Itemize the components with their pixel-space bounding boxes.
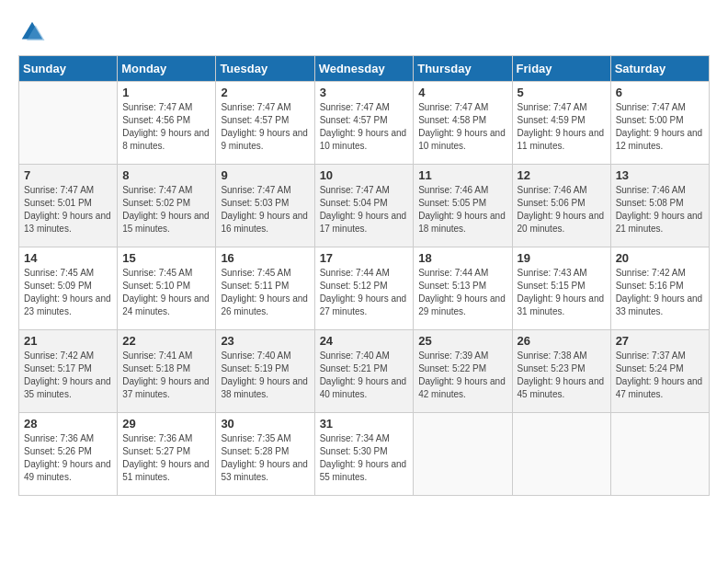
day-info: Sunrise: 7:43 AM Sunset: 5:15 PM Dayligh… [518,267,606,318]
calendar-cell: 7Sunrise: 7:47 AM Sunset: 5:01 PM Daylig… [19,165,118,247]
calendar-cell: 27Sunrise: 7:37 AM Sunset: 5:24 PM Dayli… [610,330,709,413]
calendar-week-2: 7Sunrise: 7:47 AM Sunset: 5:01 PM Daylig… [19,165,710,247]
calendar-week-1: 1Sunrise: 7:47 AM Sunset: 4:56 PM Daylig… [19,82,710,165]
day-info: Sunrise: 7:44 AM Sunset: 5:12 PM Dayligh… [320,267,409,318]
day-info: Sunrise: 7:36 AM Sunset: 5:27 PM Dayligh… [122,432,210,484]
day-number: 22 [122,334,210,348]
calendar-cell: 20Sunrise: 7:42 AM Sunset: 5:16 PM Dayli… [610,247,709,330]
calendar-cell: 29Sunrise: 7:36 AM Sunset: 5:27 PM Dayli… [118,413,216,496]
day-number: 7 [24,168,112,182]
day-number: 14 [24,251,112,265]
day-number: 6 [616,86,704,99]
calendar-cell: 24Sunrise: 7:40 AM Sunset: 5:21 PM Dayli… [314,330,414,413]
day-info: Sunrise: 7:46 AM Sunset: 5:05 PM Dayligh… [418,184,506,236]
day-info: Sunrise: 7:36 AM Sunset: 5:26 PM Dayligh… [24,432,112,484]
day-info: Sunrise: 7:47 AM Sunset: 5:02 PM Dayligh… [122,184,210,236]
day-header-saturday: Saturday [610,56,709,82]
day-number: 8 [122,168,210,182]
day-number: 1 [122,86,210,99]
calendar-cell: 5Sunrise: 7:47 AM Sunset: 4:59 PM Daylig… [512,82,610,165]
calendar-cell: 15Sunrise: 7:45 AM Sunset: 5:10 PM Dayli… [118,247,216,330]
logo-icon [18,18,46,46]
day-info: Sunrise: 7:46 AM Sunset: 5:06 PM Dayligh… [518,184,606,236]
calendar-cell: 8Sunrise: 7:47 AM Sunset: 5:02 PM Daylig… [118,165,216,247]
calendar-cell: 6Sunrise: 7:47 AM Sunset: 5:00 PM Daylig… [610,82,709,165]
day-number: 17 [320,251,409,265]
calendar-table: SundayMondayTuesdayWednesdayThursdayFrid… [18,55,710,496]
calendar-cell: 13Sunrise: 7:46 AM Sunset: 5:08 PM Dayli… [610,165,709,247]
calendar-cell: 4Sunrise: 7:47 AM Sunset: 4:58 PM Daylig… [414,82,512,165]
calendar-cell: 9Sunrise: 7:47 AM Sunset: 5:03 PM Daylig… [216,165,314,247]
day-number: 31 [320,417,409,431]
day-info: Sunrise: 7:35 AM Sunset: 5:28 PM Dayligh… [221,432,309,484]
calendar-cell: 30Sunrise: 7:35 AM Sunset: 5:28 PM Dayli… [216,413,314,496]
day-header-tuesday: Tuesday [216,56,314,82]
calendar-cell: 10Sunrise: 7:47 AM Sunset: 5:04 PM Dayli… [314,165,414,247]
day-number: 30 [221,417,309,431]
calendar-cell: 18Sunrise: 7:44 AM Sunset: 5:13 PM Dayli… [414,247,512,330]
day-number: 13 [616,168,704,182]
day-info: Sunrise: 7:44 AM Sunset: 5:13 PM Dayligh… [418,267,506,318]
day-number: 3 [320,86,409,99]
calendar-cell: 31Sunrise: 7:34 AM Sunset: 5:30 PM Dayli… [314,413,414,496]
day-info: Sunrise: 7:45 AM Sunset: 5:10 PM Dayligh… [122,267,210,318]
day-info: Sunrise: 7:40 AM Sunset: 5:19 PM Dayligh… [221,350,309,401]
day-info: Sunrise: 7:34 AM Sunset: 5:30 PM Dayligh… [320,432,409,484]
day-header-wednesday: Wednesday [314,56,414,82]
calendar-cell [414,413,512,496]
day-number: 16 [221,251,309,265]
calendar-cell: 23Sunrise: 7:40 AM Sunset: 5:19 PM Dayli… [216,330,314,413]
day-info: Sunrise: 7:45 AM Sunset: 5:11 PM Dayligh… [221,267,309,318]
day-info: Sunrise: 7:46 AM Sunset: 5:08 PM Dayligh… [616,184,704,236]
day-number: 23 [221,334,309,348]
calendar-week-3: 14Sunrise: 7:45 AM Sunset: 5:09 PM Dayli… [19,247,710,330]
day-info: Sunrise: 7:47 AM Sunset: 4:57 PM Dayligh… [320,101,409,153]
day-number: 24 [320,334,409,348]
calendar-cell: 19Sunrise: 7:43 AM Sunset: 5:15 PM Dayli… [512,247,610,330]
calendar-cell: 1Sunrise: 7:47 AM Sunset: 4:56 PM Daylig… [118,82,216,165]
day-number: 2 [221,86,309,99]
calendar-cell [512,413,610,496]
day-number: 19 [518,251,606,265]
calendar-cell: 26Sunrise: 7:38 AM Sunset: 5:23 PM Dayli… [512,330,610,413]
day-info: Sunrise: 7:45 AM Sunset: 5:09 PM Dayligh… [24,267,112,318]
day-number: 11 [418,168,506,182]
day-info: Sunrise: 7:47 AM Sunset: 4:57 PM Dayligh… [221,101,309,153]
calendar-cell: 16Sunrise: 7:45 AM Sunset: 5:11 PM Dayli… [216,247,314,330]
calendar-cell: 21Sunrise: 7:42 AM Sunset: 5:17 PM Dayli… [19,330,118,413]
day-number: 5 [518,86,606,99]
day-number: 20 [616,251,704,265]
calendar-cell: 25Sunrise: 7:39 AM Sunset: 5:22 PM Dayli… [414,330,512,413]
logo [18,18,50,46]
calendar-header-row: SundayMondayTuesdayWednesdayThursdayFrid… [19,56,710,82]
calendar-cell: 22Sunrise: 7:41 AM Sunset: 5:18 PM Dayli… [118,330,216,413]
day-number: 4 [418,86,506,99]
day-info: Sunrise: 7:47 AM Sunset: 5:03 PM Dayligh… [221,184,309,236]
day-info: Sunrise: 7:47 AM Sunset: 4:56 PM Dayligh… [122,101,210,153]
calendar-cell: 11Sunrise: 7:46 AM Sunset: 5:05 PM Dayli… [414,165,512,247]
day-info: Sunrise: 7:39 AM Sunset: 5:22 PM Dayligh… [418,350,506,401]
calendar-cell: 14Sunrise: 7:45 AM Sunset: 5:09 PM Dayli… [19,247,118,330]
day-info: Sunrise: 7:47 AM Sunset: 5:04 PM Dayligh… [320,184,409,236]
day-info: Sunrise: 7:47 AM Sunset: 4:59 PM Dayligh… [518,101,606,153]
calendar-cell: 3Sunrise: 7:47 AM Sunset: 4:57 PM Daylig… [314,82,414,165]
calendar-cell: 17Sunrise: 7:44 AM Sunset: 5:12 PM Dayli… [314,247,414,330]
day-number: 27 [616,334,704,348]
calendar-cell [610,413,709,496]
day-info: Sunrise: 7:47 AM Sunset: 5:01 PM Dayligh… [24,184,112,236]
day-header-monday: Monday [118,56,216,82]
day-info: Sunrise: 7:42 AM Sunset: 5:17 PM Dayligh… [24,350,112,401]
day-number: 18 [418,251,506,265]
day-header-friday: Friday [512,56,610,82]
calendar-cell: 2Sunrise: 7:47 AM Sunset: 4:57 PM Daylig… [216,82,314,165]
day-number: 29 [122,417,210,431]
day-number: 15 [122,251,210,265]
day-header-sunday: Sunday [19,56,118,82]
day-info: Sunrise: 7:47 AM Sunset: 4:58 PM Dayligh… [418,101,506,153]
calendar-week-5: 28Sunrise: 7:36 AM Sunset: 5:26 PM Dayli… [19,413,710,496]
page-header [18,18,710,46]
day-number: 26 [518,334,606,348]
calendar-cell: 12Sunrise: 7:46 AM Sunset: 5:06 PM Dayli… [512,165,610,247]
day-number: 21 [24,334,112,348]
day-number: 12 [518,168,606,182]
